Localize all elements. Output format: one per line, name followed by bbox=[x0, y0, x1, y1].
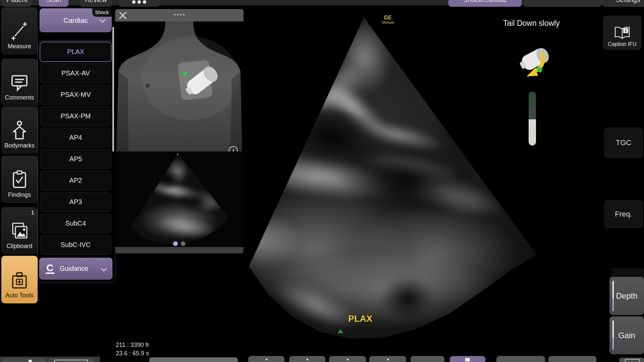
depth-level-indicator bbox=[612, 281, 614, 311]
chevron-down-icon bbox=[99, 16, 105, 22]
shock-cardiac-button[interactable]: Shock/Cardiac bbox=[448, 0, 522, 7]
sidebar-label: Bodymarks bbox=[4, 142, 35, 149]
chevron-down-icon bbox=[101, 265, 107, 271]
ge-venue-logo: GE Venue bbox=[377, 15, 398, 25]
view-button-ap2[interactable]: AP2 bbox=[40, 171, 111, 190]
cine-counters: 211 : 3390 fr 23.6 : 65.9 s bbox=[116, 341, 149, 358]
dot-icon bbox=[347, 359, 348, 360]
dot-icon bbox=[29, 360, 32, 362]
reference-image-area[interactable] bbox=[115, 152, 244, 247]
quality-segment-mid bbox=[529, 108, 536, 119]
tab-review[interactable]: Review bbox=[80, 0, 112, 7]
ge-logo-text: GE bbox=[377, 15, 398, 20]
dot-icon bbox=[307, 359, 308, 360]
guidance-popup-header[interactable] bbox=[115, 9, 244, 21]
guidance-popup-panel: i bbox=[115, 9, 244, 253]
view-button-plax[interactable]: PLAX bbox=[40, 42, 111, 62]
frame-icon bbox=[54, 360, 88, 362]
gain-button[interactable]: Gain bbox=[609, 316, 644, 354]
close-icon[interactable] bbox=[118, 11, 127, 20]
tab-patient[interactable]: Patient bbox=[3, 0, 32, 7]
orientation-marker-icon bbox=[337, 329, 343, 333]
bottom-bar-button-freeze[interactable] bbox=[450, 356, 485, 362]
probe-placement-illustration bbox=[115, 21, 244, 152]
sidebar-item-measure[interactable]: Measure bbox=[1, 7, 38, 54]
bottom-bar-button-4[interactable] bbox=[289, 356, 325, 362]
view-button-subc-ivc[interactable]: SubC-IVC bbox=[40, 235, 111, 255]
freq-button[interactable]: Freq. bbox=[604, 200, 643, 228]
view-button-subc4[interactable]: SubC4 bbox=[40, 214, 111, 233]
target-dot-icon bbox=[183, 71, 187, 76]
depth-button[interactable]: Depth bbox=[609, 277, 644, 315]
caption-ifu-label: Caption IFU bbox=[608, 41, 636, 47]
settings-button[interactable]: Settings bbox=[602, 0, 644, 7]
page-dot-active[interactable] bbox=[173, 241, 178, 246]
sidebar-item-bodymarks[interactable]: Bodymarks bbox=[1, 107, 38, 154]
findings-icon bbox=[11, 170, 28, 189]
ellipsis-icon bbox=[138, 0, 141, 4]
bottom-bar-button-2[interactable] bbox=[49, 358, 94, 362]
page-dot-inactive[interactable] bbox=[181, 241, 185, 246]
bottom-bar-button-9[interactable] bbox=[548, 356, 596, 362]
sidebar-label: Auto Tools bbox=[5, 292, 34, 299]
bottom-bar-button-7[interactable] bbox=[411, 356, 444, 362]
bottom-bar-wide-button[interactable] bbox=[149, 357, 238, 362]
sidebar-label: Comments bbox=[5, 94, 34, 101]
quality-meter-bar bbox=[529, 92, 536, 145]
guidance-label: Guidance bbox=[60, 265, 89, 273]
guidance-dropdown-button[interactable]: C Guidance bbox=[39, 258, 112, 280]
sidebar-item-clipboard[interactable]: 1 Clipboard bbox=[1, 207, 38, 254]
time-counter: 23.6 : 65.9 s bbox=[116, 349, 149, 358]
views-scrollbar[interactable] bbox=[112, 27, 114, 152]
view-button-ap3[interactable]: AP3 bbox=[40, 192, 111, 212]
bottom-bar-button-8[interactable] bbox=[496, 356, 545, 362]
view-button-ap4[interactable]: AP4 bbox=[40, 128, 111, 147]
view-button-ap5[interactable]: AP5 bbox=[40, 149, 111, 169]
frame-counter: 211 : 3390 fr bbox=[116, 341, 149, 349]
sidebar-label: Findings bbox=[8, 191, 31, 198]
more-tabs-button[interactable] bbox=[119, 0, 160, 7]
preset-dropdown-cardiac[interactable]: Cardiac Shock bbox=[40, 8, 112, 32]
bottom-bar-button-3[interactable] bbox=[248, 356, 284, 362]
caption-logo-icon: C bbox=[46, 263, 54, 274]
probe-tilt-guidance-icon bbox=[519, 47, 551, 80]
ellipsis-icon bbox=[143, 0, 146, 4]
view-annotation-label: PLAX bbox=[348, 314, 372, 324]
tab-scan[interactable]: Scan bbox=[39, 0, 68, 7]
svg-text:i: i bbox=[625, 28, 627, 33]
quality-segment-track bbox=[529, 119, 536, 145]
quality-dot-icon bbox=[537, 67, 542, 72]
caption-ifu-button[interactable]: i Caption IFU bbox=[603, 16, 641, 50]
bottom-right-partial-button[interactable] bbox=[619, 358, 644, 362]
bodymarks-icon bbox=[11, 121, 28, 139]
auto-tools-icon bbox=[10, 272, 29, 289]
view-button-psax-av[interactable]: PSAX-AV bbox=[40, 63, 111, 83]
page-indicator[interactable] bbox=[115, 241, 244, 246]
sidebar-item-auto-tools[interactable]: Auto Tools bbox=[1, 256, 38, 303]
sidebar-item-comments[interactable]: Comments bbox=[1, 59, 38, 106]
clipboard-count-badge: 1 bbox=[31, 209, 34, 216]
apex-marker-icon bbox=[177, 153, 178, 155]
bottom-bar-button-1[interactable] bbox=[3, 358, 45, 362]
quality-segment-good bbox=[529, 92, 536, 108]
book-info-icon: i bbox=[614, 26, 630, 40]
bottom-bar-button-6[interactable] bbox=[369, 356, 406, 362]
clipboard-images-icon bbox=[10, 222, 29, 240]
venue-logo-text: Venue bbox=[377, 20, 398, 25]
top-bar-spacer-button[interactable] bbox=[524, 0, 602, 7]
ellipsis-icon bbox=[132, 0, 136, 4]
view-button-psax-pm[interactable]: PSAX-PM bbox=[40, 106, 111, 126]
dot-icon bbox=[387, 359, 389, 360]
dot-icon bbox=[266, 359, 267, 360]
sidebar-label: Clipboard bbox=[6, 243, 32, 250]
gain-level-indicator bbox=[612, 320, 614, 350]
sidebar-item-findings[interactable]: Findings bbox=[1, 156, 38, 203]
view-button-psax-mv[interactable]: PSAX-MV bbox=[40, 85, 111, 105]
tgc-button[interactable]: TGC bbox=[604, 128, 643, 158]
depth-tab-button[interactable] bbox=[611, 268, 644, 278]
comments-icon bbox=[10, 74, 29, 92]
drag-handle-icon[interactable] bbox=[115, 14, 244, 15]
glyph-icon bbox=[465, 358, 470, 361]
guidance-instruction-text: Tail Down slowly bbox=[503, 19, 560, 28]
bottom-bar-button-5[interactable] bbox=[329, 356, 366, 362]
